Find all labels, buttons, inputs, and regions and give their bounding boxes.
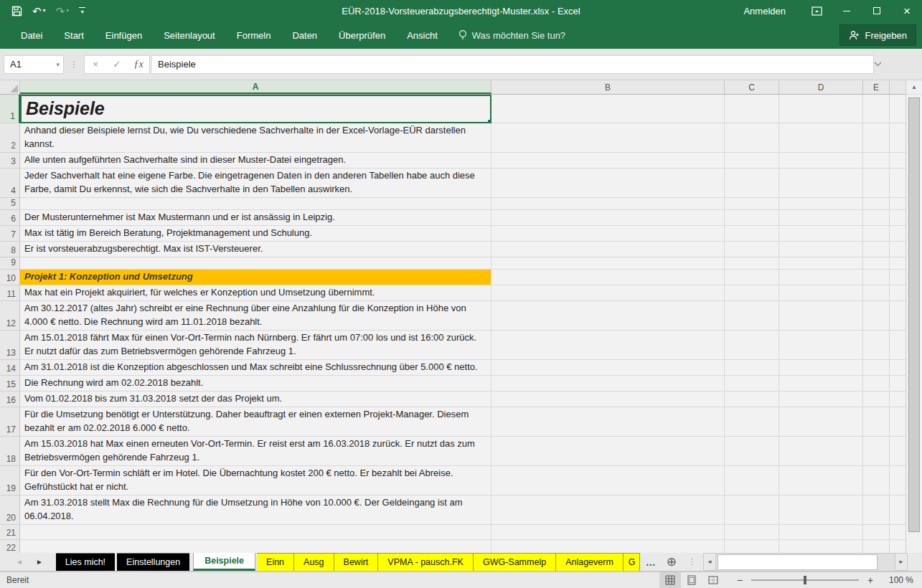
cell-D12[interactable]	[779, 301, 863, 331]
cell-D10[interactable]	[779, 270, 863, 285]
cell-C16[interactable]	[725, 392, 779, 407]
cell-D7[interactable]	[779, 226, 863, 242]
horizontal-scroll-thumb[interactable]	[718, 554, 878, 570]
cell-A15[interactable]: Die Rechnung wird am 02.02.2018 bezahlt.	[20, 376, 491, 392]
cell-B4[interactable]	[491, 169, 725, 198]
sheet-tab-ausg[interactable]: Ausg	[294, 553, 334, 571]
cell-C22[interactable]	[725, 540, 779, 553]
sign-in-button[interactable]: Anmelden	[728, 6, 801, 16]
cell-E21[interactable]	[863, 525, 890, 540]
cell-C3[interactable]	[725, 153, 779, 169]
cell-B5[interactable]	[491, 198, 725, 210]
row-header-18[interactable]: 18	[0, 437, 20, 466]
cancel-icon[interactable]: ×	[85, 59, 106, 70]
cell-C2[interactable]	[725, 123, 779, 153]
cell-D14[interactable]	[779, 360, 863, 376]
zoom-slider-thumb[interactable]	[804, 576, 806, 584]
row-header-22[interactable]: 22	[0, 540, 20, 553]
sheet-tab-lies-mich-[interactable]: Lies mich!	[56, 553, 115, 571]
cell-A17[interactable]: Für die Umsetzung benötigt er Unterstütz…	[20, 407, 491, 437]
cell-B10[interactable]	[491, 270, 725, 285]
insert-function-icon[interactable]: ƒx	[128, 59, 149, 70]
cell-E14[interactable]	[863, 360, 890, 376]
cell-A1[interactable]: Beispiele	[20, 95, 491, 123]
cell-A5[interactable]	[20, 198, 491, 210]
cell-C6[interactable]	[725, 210, 779, 226]
undo-button[interactable]: ↶▾	[32, 6, 46, 16]
cell-D5[interactable]	[779, 198, 863, 210]
cell-C8[interactable]	[725, 242, 779, 257]
cell-E1[interactable]	[863, 95, 890, 123]
cell-E9[interactable]	[863, 257, 890, 270]
column-header-B[interactable]: B	[491, 80, 725, 94]
tab-scroll-left-icon[interactable]: ◄	[16, 558, 23, 566]
cell-A16[interactable]: Vom 01.02.2018 bis zum 31.03.2018 setzt …	[20, 392, 491, 407]
cell-A6[interactable]: Der Musterunternehmer ist Max Mustermann…	[20, 210, 491, 226]
enter-icon[interactable]: ✓	[106, 59, 128, 70]
cell-B16[interactable]	[491, 392, 725, 407]
cell-A14[interactable]: Am 31.01.2018 ist die Konzeption abgesch…	[20, 360, 491, 376]
ribbon-display-options-button[interactable]	[801, 0, 832, 22]
cell-B12[interactable]	[491, 301, 725, 331]
cell-B11[interactable]	[491, 285, 725, 301]
cell-E4[interactable]	[863, 169, 890, 198]
row-header-7[interactable]: 7	[0, 226, 20, 242]
row-header-15[interactable]: 15	[0, 376, 20, 392]
sheet-tab-gwg-sammelp[interactable]: GWG-Sammelp	[474, 553, 556, 571]
cell-E3[interactable]	[863, 153, 890, 169]
ribbon-tab-seitenlayout[interactable]: Seitenlayout	[153, 23, 226, 48]
row-header-5[interactable]: 5	[0, 198, 20, 210]
formula-bar-expand-icon[interactable]	[874, 62, 890, 67]
cell-E5[interactable]	[863, 198, 890, 210]
cell-D8[interactable]	[779, 242, 863, 257]
add-sheet-icon[interactable]: ⊕	[662, 553, 681, 571]
fill-handle[interactable]	[487, 119, 491, 123]
cell-B8[interactable]	[491, 242, 725, 257]
row-header-13[interactable]: 13	[0, 331, 20, 360]
ribbon-tab-ansicht[interactable]: Ansicht	[396, 23, 448, 48]
cell-B21[interactable]	[491, 525, 725, 540]
cell-E7[interactable]	[863, 226, 890, 242]
horizontal-scrollbar[interactable]: ◄ ►	[703, 553, 908, 571]
cell-D15[interactable]	[779, 376, 863, 392]
row-header-21[interactable]: 21	[0, 525, 20, 540]
column-header-A[interactable]: A	[20, 80, 491, 94]
cell-C11[interactable]	[725, 285, 779, 301]
row-header-3[interactable]: 3	[0, 153, 20, 169]
column-header-D[interactable]: D	[779, 80, 863, 94]
zoom-out-icon[interactable]: −	[735, 574, 744, 586]
cell-E15[interactable]	[863, 376, 890, 392]
redo-button[interactable]: ↷▾	[56, 6, 70, 16]
page-layout-view-button[interactable]	[681, 572, 702, 588]
cell-E12[interactable]	[863, 301, 890, 331]
cell-A20[interactable]: Am 31.03.2018 stellt Max die Rechnung fü…	[20, 495, 491, 525]
cell-C13[interactable]	[725, 331, 779, 360]
ribbon-tab-formeln[interactable]: Formeln	[226, 23, 282, 48]
customize-qat-button[interactable]: ▾	[79, 7, 85, 15]
cell-A18[interactable]: Am 15.03.2018 hat Max einen erneuten Vor…	[20, 437, 491, 466]
row-header-9[interactable]: 9	[0, 257, 20, 270]
ribbon-tab-überprüfen[interactable]: Überprüfen	[328, 23, 396, 48]
cell-A19[interactable]: Für den Vor-Ort-Termin schläft er im Hot…	[20, 466, 491, 495]
zoom-slider[interactable]	[751, 579, 859, 581]
cell-E18[interactable]	[863, 437, 890, 466]
sheet-tab-einn[interactable]: Einn	[257, 553, 294, 571]
cell-D13[interactable]	[779, 331, 863, 360]
cell-C14[interactable]	[725, 360, 779, 376]
cell-D9[interactable]	[779, 257, 863, 270]
vertical-scrollbar[interactable]: ▲	[905, 80, 922, 553]
select-all-button[interactable]	[0, 80, 20, 94]
row-header-10[interactable]: 10	[0, 270, 20, 285]
cell-C18[interactable]	[725, 437, 779, 466]
cell-B15[interactable]	[491, 376, 725, 392]
hscroll-track[interactable]	[716, 553, 895, 571]
cell-D17[interactable]	[779, 407, 863, 437]
cell-A21[interactable]	[20, 525, 491, 540]
cell-C5[interactable]	[725, 198, 779, 210]
cell-B6[interactable]	[491, 210, 725, 226]
undo-caret-icon[interactable]: ▾	[43, 8, 46, 14]
close-button[interactable]: ×	[892, 0, 922, 22]
cell-D21[interactable]	[779, 525, 863, 540]
cell-D22[interactable]	[779, 540, 863, 553]
cell-A13[interactable]: Am 15.01.2018 fährt Max für einen Vor-Or…	[20, 331, 491, 360]
